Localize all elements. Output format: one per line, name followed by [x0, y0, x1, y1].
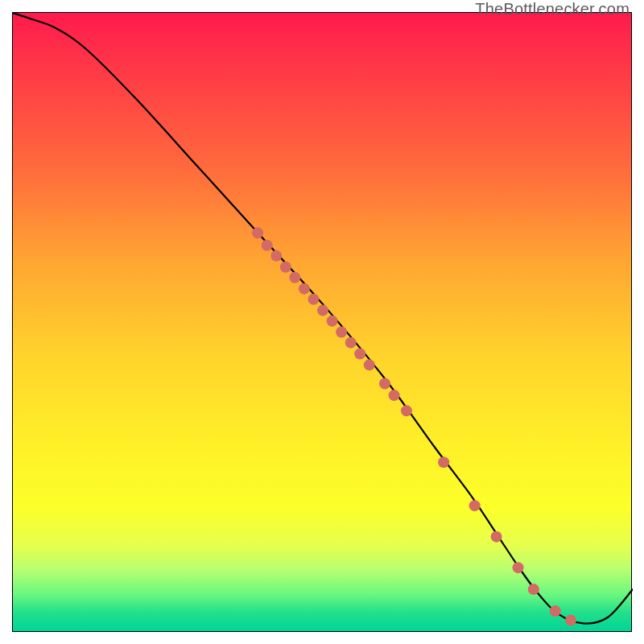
sample-point — [270, 250, 282, 262]
sample-point — [469, 500, 481, 511]
sample-point — [513, 562, 524, 573]
sample-point — [550, 605, 561, 617]
sample-points — [252, 227, 576, 625]
attribution-label: TheBottlenecker.com — [475, 0, 630, 19]
sample-point — [491, 531, 502, 543]
sample-point — [308, 294, 319, 305]
sample-point — [565, 615, 576, 626]
sample-point — [280, 262, 291, 273]
plot-area — [12, 12, 632, 632]
sample-point — [289, 272, 300, 283]
sample-point — [327, 316, 338, 327]
chart-svg — [13, 13, 633, 633]
chart-container: TheBottlenecker.com — [0, 0, 644, 644]
sample-point — [389, 390, 400, 401]
sample-point — [299, 283, 310, 295]
sample-point — [252, 227, 263, 238]
bottleneck-curve — [13, 13, 633, 624]
sample-point — [438, 456, 449, 468]
sample-point — [354, 349, 365, 360]
sample-point — [262, 240, 273, 251]
sample-point — [317, 305, 328, 316]
sample-point — [379, 378, 390, 389]
sample-point — [364, 359, 375, 370]
sample-point — [528, 584, 539, 595]
sample-point — [401, 405, 412, 416]
sample-point — [336, 327, 347, 338]
sample-point — [345, 337, 357, 349]
